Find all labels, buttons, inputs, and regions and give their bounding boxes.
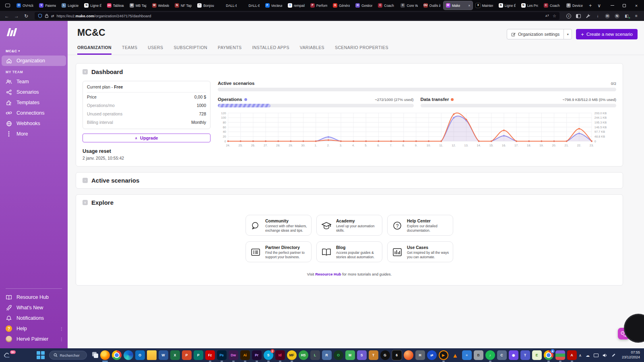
tab-overflow-button[interactable]: ∨: [594, 3, 604, 8]
url-bar[interactable]: ⇄ https://eu2.make.com/organization/2467…: [35, 12, 559, 20]
taskbar-app-notepad[interactable]: ≡: [462, 350, 472, 360]
sidebar-item-connections[interactable]: Connections: [0, 108, 68, 118]
org-switcher[interactable]: MC&C▾: [6, 49, 68, 53]
browser-tab[interactable]: DALL-E 2024: [217, 1, 239, 10]
taskbar-app-orange-ball-app[interactable]: [404, 350, 413, 360]
collapse-chevron-icon[interactable]: ∨: [83, 69, 88, 74]
browser-tab[interactable]: MMB Tapi: [127, 1, 149, 10]
sidebar-toggle-icon[interactable]: [576, 13, 581, 19]
taskbar-app-spotify[interactable]: ♪: [485, 350, 495, 360]
start-button[interactable]: [37, 351, 45, 360]
browser-tab[interactable]: MMake×: [444, 1, 473, 10]
taskbar-app-teams[interactable]: T: [520, 350, 530, 360]
taskbar-app-chrome[interactable]: [112, 350, 122, 360]
pen-icon[interactable]: [611, 353, 616, 358]
resource-hub-link[interactable]: Resource Hub: [315, 272, 341, 276]
taskbar-app-hootsuite[interactable]: HS: [299, 350, 308, 360]
browser-tab[interactable]: CCore W: [398, 1, 420, 10]
new-tab-button[interactable]: +: [586, 3, 594, 8]
taskbar-search[interactable]: Rechercher: [49, 351, 87, 360]
sidebar-item-help[interactable]: ?Help⋮: [0, 323, 68, 334]
taskbar-app-excel[interactable]: X: [170, 350, 180, 360]
onedrive-cloud-icon[interactable]: ☁: [586, 353, 590, 358]
kebab-menu-icon[interactable]: ⋮: [60, 337, 64, 341]
taskbar-app-filezilla[interactable]: Fz: [205, 350, 215, 360]
taskbar-app-premiere[interactable]: Pr: [252, 350, 262, 360]
settings-dropdown-caret[interactable]: ▾: [564, 29, 572, 39]
sidebar-item-resource-hub[interactable]: Resource Hub: [0, 292, 68, 302]
widgets-button[interactable]: 9+: [4, 352, 12, 358]
make-logo[interactable]: [6, 27, 68, 39]
back-button[interactable]: ←: [2, 13, 11, 19]
pocket-icon[interactable]: ∨: [566, 13, 572, 19]
display-icon[interactable]: [594, 354, 599, 357]
browser-tab[interactable]: NLigne Éd: [82, 1, 103, 10]
taskbar-app-hexagon-app[interactable]: H: [415, 350, 425, 360]
taskbar-app-illustrator[interactable]: Ai: [240, 350, 250, 360]
expand-chevron-icon[interactable]: ›: [83, 178, 88, 183]
create-scenario-button[interactable]: + Create a new scenario: [576, 29, 638, 39]
explore-card-use-cases[interactable]: Use CasesGet inspired by all the ways yo…: [387, 241, 453, 262]
tab-organization[interactable]: ORGANIZATION: [77, 45, 111, 55]
taskbar-app-teamviewer[interactable]: ⇄: [427, 350, 437, 360]
taskbar-app-screen-recorder[interactable]: ◉: [509, 350, 518, 360]
taskbar-app-chrome-profile-a[interactable]: A: [544, 350, 553, 360]
window-maximize-button[interactable]: [618, 1, 630, 10]
sidebar-item-notifications[interactable]: Notifications: [0, 313, 68, 323]
taskbar-app-text-editor[interactable]: E: [532, 350, 542, 360]
devtools-wrench-icon[interactable]: [585, 13, 591, 19]
taskbar-app-indesign[interactable]: Id: [275, 350, 285, 360]
sidebar-item-what-s-new[interactable]: What's New: [0, 302, 68, 313]
browser-tab[interactable]: PPerform: [308, 1, 330, 10]
tab-close-icon[interactable]: ×: [468, 4, 470, 8]
upgrade-button[interactable]: ∧ Upgrade: [83, 134, 211, 142]
taskbar-app-media-player[interactable]: ▶: [439, 350, 448, 360]
browser-tab[interactable]: HGestion: [353, 1, 375, 10]
hamburger-menu-icon[interactable]: ≡: [634, 13, 639, 19]
task-view-button[interactable]: [91, 351, 97, 359]
taskbar-app-tablet-driver[interactable]: 6: [392, 350, 402, 360]
browser-tab[interactable]: OUOutils à: [421, 1, 443, 10]
tray-chevron-icon[interactable]: ∧: [579, 353, 582, 358]
sidebar-item-templates[interactable]: Templates: [0, 97, 68, 108]
browser-tab[interactable]: VPaiemen: [37, 1, 58, 10]
browser-tab[interactable]: XMainten: [473, 1, 495, 10]
taskbar-app-remote-pc[interactable]: R: [322, 350, 332, 360]
explore-card-academy[interactable]: AcademyLevel up your automation skills.: [316, 215, 382, 236]
volume-icon[interactable]: [603, 353, 607, 358]
taskbar-app-edge[interactable]: [124, 350, 133, 360]
explore-card-community[interactable]: CommunityConnect with other Makers, exch…: [246, 215, 312, 236]
taskbar-app-github[interactable]: G: [380, 350, 390, 360]
window-close-button[interactable]: ×: [630, 1, 642, 10]
taskbar-app-skype[interactable]: S2: [264, 350, 273, 360]
taskbar-app-green-ring-utility[interactable]: O: [334, 350, 343, 360]
taskbar-app-maps-utility[interactable]: M: [345, 350, 355, 360]
bookmark-star-icon[interactable]: ☆: [553, 14, 556, 18]
taskbar-app-firefox[interactable]: [100, 350, 110, 360]
permissions-icon[interactable]: ⇄: [51, 14, 54, 18]
taskbar-app-photoshop[interactable]: Ps: [217, 350, 227, 360]
explore-card-blog[interactable]: BlogAccess popular guides & stories abou…: [316, 241, 382, 262]
h-extension-icon[interactable]: H: [605, 13, 610, 19]
taskbar-app-calculator[interactable]: C: [497, 350, 507, 360]
sidebar-item-organization[interactable]: Organization: [2, 56, 66, 66]
collapse-chevron-icon[interactable]: ∨: [83, 200, 88, 205]
extensions-puzzle-icon[interactable]: ◧+: [624, 13, 630, 19]
browser-tab[interactable]: Grempaill: [285, 1, 307, 10]
sidebar-item-more[interactable]: More: [0, 129, 68, 139]
kebab-menu-icon[interactable]: ⋮: [60, 327, 64, 331]
browser-tab[interactable]: 184Tableau: [105, 1, 126, 10]
sidebar-item-team[interactable]: Team: [0, 76, 68, 87]
browser-tab[interactable]: NLes Pro: [519, 1, 541, 10]
content-scroll-area[interactable]: ∨ Dashboard Current plan - Free Price0,0…: [68, 55, 644, 348]
browser-tab[interactable]: CCoach e: [376, 1, 397, 10]
taskbar-app-mascot-utility[interactable]: T: [369, 350, 378, 360]
browser-tab[interactable]: FVecteurs: [263, 1, 285, 10]
taskbar-app-snipping-tool[interactable]: S: [357, 350, 367, 360]
taskbar-clock[interactable]: 07:55 23/12/2024: [622, 350, 640, 360]
browser-tab[interactable]: GGénérat: [330, 1, 352, 10]
explore-card-help-center[interactable]: ?Help CenterExplore our detailed documen…: [387, 215, 453, 236]
taskbar-app-word[interactable]: W: [159, 350, 168, 360]
taskbar-app-publisher[interactable]: P: [194, 350, 203, 360]
taskbar-app-winrar[interactable]: [555, 350, 565, 360]
